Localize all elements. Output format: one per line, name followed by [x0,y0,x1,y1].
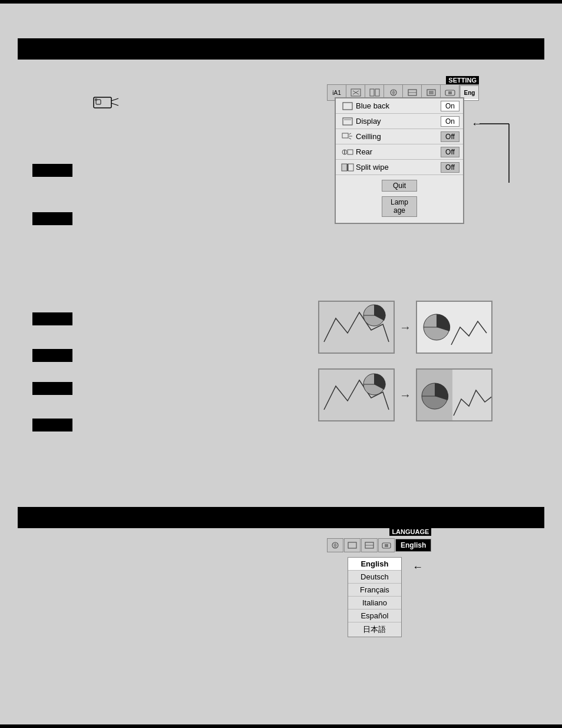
setting-row-rear[interactable]: Rear Off [336,144,463,160]
lang-item-francais[interactable]: Français [348,584,401,597]
lang-toolbar-icon2[interactable] [344,538,361,552]
setting-menu-arrow: ← [471,118,482,130]
svg-rect-21 [342,133,348,138]
svg-line-22 [349,133,351,134]
lang-item-english[interactable]: English [348,558,401,571]
svg-rect-15 [429,91,434,94]
svg-rect-46 [348,542,356,548]
rear-icon [339,148,356,156]
rear-label: Rear [356,147,441,156]
setting-row-display[interactable]: Display On [336,114,463,129]
ceilling-label: Ceilling [356,132,441,141]
ceilling-icon [339,133,356,141]
lang-toolbar-icon3[interactable] [361,538,378,552]
language-menu: English Deutsch Français Italiano Españo… [348,557,402,637]
language-label: LANGUAGE [389,528,431,536]
setting-row-blueback[interactable]: Blue back On [336,98,463,114]
svg-rect-4 [95,98,97,101]
svg-rect-28 [342,164,347,171]
display-label: Display [356,117,441,126]
svg-line-2 [111,98,118,101]
blueback-label: Blue back [356,101,441,110]
splitwipe-label: Split wipe [356,163,441,172]
black-label-2 [32,212,72,225]
blueback-value[interactable]: On [441,101,459,111]
black-label-4 [32,349,72,362]
splitwipe-diagram-area: → [318,368,492,421]
language-toolbar-area: LANGUAGE English [327,528,431,552]
display-value[interactable]: On [441,116,459,127]
splitwipe-icon [339,163,356,172]
lang-item-italiano[interactable]: Italiano [348,597,401,610]
svg-rect-50 [385,544,388,547]
language-toolbar-row[interactable]: English [327,538,431,552]
svg-rect-9 [375,89,379,96]
quit-button[interactable]: Quit [382,180,417,192]
black-label-3 [32,312,72,325]
svg-rect-8 [370,89,374,96]
lang-toolbar-english[interactable]: English [395,539,431,552]
black-label-6 [32,419,72,431]
svg-rect-19 [343,118,352,125]
svg-marker-11 [392,90,395,95]
rear-after-box [416,301,492,354]
splitwipe-after-box [416,368,492,421]
lang-item-japanese[interactable]: 日本語 [348,622,401,637]
lang-item-deutsch[interactable]: Deutsch [348,571,401,584]
language-section-header [18,507,544,528]
lang-toolbar-icon1[interactable] [327,538,343,552]
svg-line-3 [111,103,118,106]
black-label-5 [32,382,72,395]
blueback-icon [339,102,356,110]
black-label-1 [32,164,72,177]
rear-diagram-area: → [318,301,492,354]
rear-before-box [318,301,395,354]
splitwipe-arrow: → [399,388,411,402]
svg-rect-18 [343,103,352,110]
lamp-age-button[interactable]: Lamp age [382,196,417,217]
splitwipe-value[interactable]: Off [441,162,459,173]
setting-row-ceilling[interactable]: Ceilling Off [336,129,463,144]
setting-section-header [18,38,544,60]
svg-rect-17 [448,91,452,94]
svg-rect-29 [348,164,353,171]
display-icon [339,117,356,126]
svg-rect-26 [348,150,353,154]
splitwipe-before-box [318,368,395,421]
rear-value[interactable]: Off [441,147,459,157]
setting-label: SETTING [446,76,479,84]
ceilling-value[interactable]: Off [441,131,459,142]
projector-icon [91,93,121,111]
setting-menu-panel: Blue back On Display On Ceilling Off [335,97,464,224]
top-border [0,0,562,4]
svg-line-24 [349,138,351,139]
bottom-border [0,724,562,728]
svg-marker-45 [333,542,337,548]
lang-item-espanol[interactable]: Español [348,610,401,622]
lang-toolbar-icon4[interactable] [378,538,395,552]
setting-row-splitwipe[interactable]: Split wipe Off [336,160,463,175]
language-menu-arrow: ← [412,561,423,574]
svg-rect-43 [452,370,492,421]
rear-arrow: → [399,321,411,334]
